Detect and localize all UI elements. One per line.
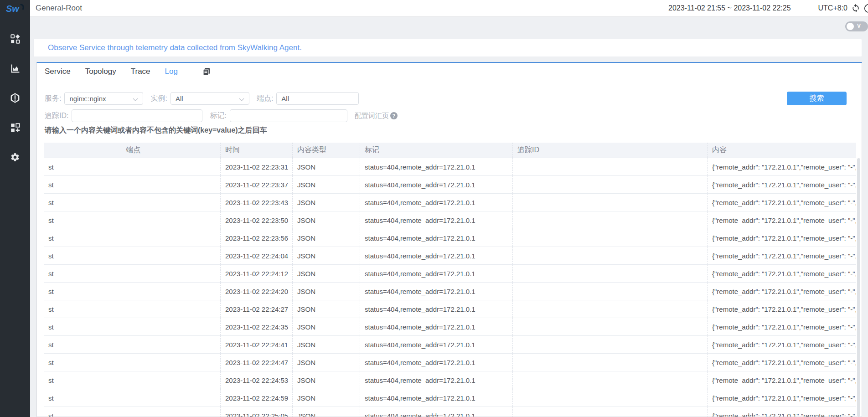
cell-content-type: JSON	[293, 389, 360, 407]
info-icon[interactable]	[864, 4, 868, 13]
cell-tags: status=404,remote_addr=172.21.0.1	[360, 211, 513, 229]
cell-endpoint	[121, 407, 221, 417]
tab-topology[interactable]: Topology	[85, 67, 116, 76]
cell-time: 2023-11-02 22:23:56	[221, 229, 293, 247]
table-row[interactable]: st 2023-11-02 22:23:37 JSON status=404,r…	[44, 176, 856, 194]
top-bar: General-Root 2023-11-02 21:55 ~ 2023-11-…	[30, 0, 868, 17]
search-hint: 请输入一个内容关键词或者内容不包含的关键词(key=value)之后回车	[45, 126, 267, 135]
table-row[interactable]: st 2023-11-02 22:24:35 JSON status=404,r…	[44, 318, 856, 336]
question-circle-icon[interactable]: ?	[390, 112, 398, 119]
service-select[interactable]: nginx::nginx	[64, 92, 143, 105]
gear-icon	[10, 152, 20, 164]
notice-bar: Observe Service through telemetry data c…	[33, 39, 862, 57]
cell-time: 2023-11-02 22:24:12	[221, 265, 293, 282]
cell-tags: status=404,remote_addr=172.21.0.1	[360, 158, 513, 175]
table-row[interactable]: st 2023-11-02 22:23:50 JSON status=404,r…	[44, 211, 856, 229]
cell-time: 2023-11-02 22:24:47	[221, 354, 293, 371]
table-row[interactable]: st 2023-11-02 22:24:04 JSON status=404,r…	[44, 247, 856, 265]
tags-input[interactable]	[230, 109, 347, 122]
cell-content: {"remote_addr": "172.21.0.1","remote_use…	[708, 283, 856, 300]
cell-service: st	[44, 336, 121, 353]
endpoint-input[interactable]	[276, 92, 359, 105]
table-row[interactable]: st 2023-11-02 22:24:41 JSON status=404,r…	[44, 336, 856, 354]
sidebar-item-alerting[interactable]	[10, 93, 21, 104]
trace-id-input-field[interactable]	[77, 112, 197, 120]
cell-content: {"remote_addr": "172.21.0.1","remote_use…	[708, 158, 856, 175]
tab-log[interactable]: Log	[165, 67, 178, 76]
table-row[interactable]: st 2023-11-02 22:23:43 JSON status=404,r…	[44, 194, 856, 211]
table-row[interactable]: st 2023-11-02 22:23:31 JSON status=404,r…	[44, 158, 856, 176]
search-button[interactable]: 搜索	[787, 92, 847, 105]
tab-service[interactable]: Service	[45, 67, 71, 76]
trace-id-input[interactable]	[72, 109, 202, 122]
cell-endpoint	[121, 283, 221, 300]
cell-time: 2023-11-02 22:24:41	[221, 336, 293, 353]
alert-hexagon-icon	[10, 93, 20, 105]
cell-tags: status=404,remote_addr=172.21.0.1	[360, 336, 513, 353]
cell-tags: status=404,remote_addr=172.21.0.1	[360, 371, 513, 389]
cell-tags: status=404,remote_addr=172.21.0.1	[360, 354, 513, 371]
tags-label: 标记:	[210, 111, 226, 121]
cell-content-type: JSON	[293, 283, 360, 300]
cell-tags: status=404,remote_addr=172.21.0.1	[360, 300, 513, 318]
table-row[interactable]: st 2023-11-02 22:24:47 JSON status=404,r…	[44, 354, 856, 371]
filter-row-primary: 服务: nginx::nginx 实例: All 端点:	[45, 92, 359, 105]
copy-document-icon[interactable]	[202, 67, 211, 76]
version-toggle[interactable]: V	[845, 21, 868, 31]
grid-plus-icon	[10, 123, 20, 134]
sidebar-item-metrics[interactable]	[10, 64, 21, 75]
tab-trace[interactable]: Trace	[131, 67, 150, 76]
cell-trace-id	[513, 229, 708, 247]
tab-bar: Service Topology Trace Log	[45, 67, 211, 76]
cell-content-type: JSON	[293, 371, 360, 389]
instance-label: 实例:	[150, 94, 167, 103]
timezone-label: UTC+8:0	[818, 4, 847, 12]
table-scrollbar[interactable]	[857, 158, 860, 417]
cell-trace-id	[513, 265, 708, 282]
sidebar-item-dashboards[interactable]	[10, 34, 21, 45]
cell-service: st	[44, 318, 121, 335]
table-row[interactable]: st 2023-11-02 22:25:05 JSON status=404,r…	[44, 407, 856, 417]
cell-tags: status=404,remote_addr=172.21.0.1	[360, 318, 513, 335]
chevron-down-icon	[239, 95, 244, 103]
cell-trace-id	[513, 336, 708, 353]
cell-time: 2023-11-02 22:24:20	[221, 283, 293, 300]
cell-service: st	[44, 176, 121, 193]
cell-endpoint	[121, 211, 221, 229]
cell-time: 2023-11-02 22:24:59	[221, 389, 293, 407]
vocabulary-link[interactable]: 配置词汇页	[355, 112, 389, 120]
cell-time: 2023-11-02 22:23:50	[221, 211, 293, 229]
cell-content: {"remote_addr": "172.21.0.1","remote_use…	[708, 354, 856, 371]
cell-content: {"remote_addr": "172.21.0.1","remote_use…	[708, 265, 856, 282]
table-row[interactable]: st 2023-11-02 22:24:12 JSON status=404,r…	[44, 265, 856, 283]
cell-content: {"remote_addr": "172.21.0.1","remote_use…	[708, 176, 856, 193]
cell-content: {"remote_addr": "172.21.0.1","remote_use…	[708, 300, 856, 318]
skywalking-logo[interactable]: Sw	[0, 0, 30, 17]
endpoint-input-field[interactable]	[281, 95, 354, 103]
table-row[interactable]: st 2023-11-02 22:24:53 JSON status=404,r…	[44, 371, 856, 389]
table-row[interactable]: st 2023-11-02 22:24:20 JSON status=404,r…	[44, 283, 856, 300]
bar-chart-icon	[10, 64, 20, 75]
cell-endpoint	[121, 371, 221, 389]
sidebar-item-marketplace[interactable]	[10, 123, 21, 134]
instance-select[interactable]: All	[170, 92, 249, 105]
col-endpoint: 端点	[121, 143, 221, 158]
col-time: 时间	[221, 143, 293, 158]
service-label: 服务:	[45, 94, 61, 103]
sidebar-item-settings[interactable]	[10, 153, 21, 164]
cell-tags: status=404,remote_addr=172.21.0.1	[360, 407, 513, 417]
service-select-value: nginx::nginx	[69, 95, 106, 103]
cell-content-type: JSON	[293, 229, 360, 247]
cell-time: 2023-11-02 22:25:05	[221, 407, 293, 417]
cell-trace-id	[513, 247, 708, 264]
table-row[interactable]: st 2023-11-02 22:23:56 JSON status=404,r…	[44, 229, 856, 247]
table-row[interactable]: st 2023-11-02 22:24:59 JSON status=404,r…	[44, 389, 856, 407]
time-range-picker[interactable]: 2023-11-02 21:55 ~ 2023-11-02 22:25	[668, 4, 791, 12]
refresh-icon[interactable]	[851, 4, 860, 13]
table-body: st 2023-11-02 22:23:31 JSON status=404,r…	[44, 158, 856, 417]
cell-content: {"remote_addr": "172.21.0.1","remote_use…	[708, 229, 856, 247]
filter-row-secondary: 追踪ID: 标记: 配置词汇页 ?	[45, 109, 398, 122]
cell-time: 2023-11-02 22:24:53	[221, 371, 293, 389]
table-row[interactable]: st 2023-11-02 22:24:27 JSON status=404,r…	[44, 300, 856, 318]
tags-input-field[interactable]	[235, 112, 342, 120]
